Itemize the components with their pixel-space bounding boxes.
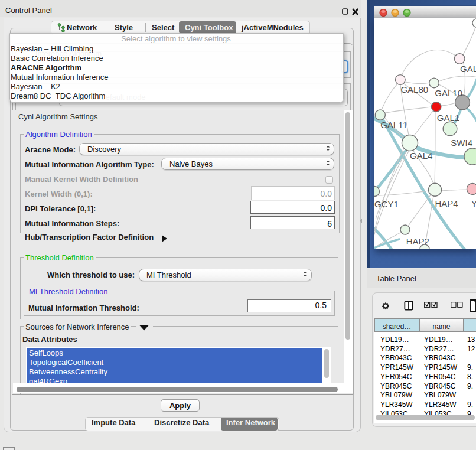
svg-text:GAL4: GAL4 [410, 151, 432, 161]
svg-text:GAL2: GAL2 [460, 64, 476, 74]
svg-text:GCY1: GCY1 [374, 199, 399, 209]
svg-text:SWI4: SWI4 [451, 138, 472, 148]
svg-text:GAL80: GAL80 [400, 84, 428, 94]
svg-text:GAL11: GAL11 [380, 120, 407, 130]
svg-text:GAL1: GAL1 [437, 113, 459, 123]
svg-text:GAL10: GAL10 [435, 88, 462, 98]
svg-text:HAP2: HAP2 [406, 236, 429, 246]
svg-text:Y: Y [471, 198, 476, 208]
svg-text:HAP4: HAP4 [435, 198, 458, 208]
